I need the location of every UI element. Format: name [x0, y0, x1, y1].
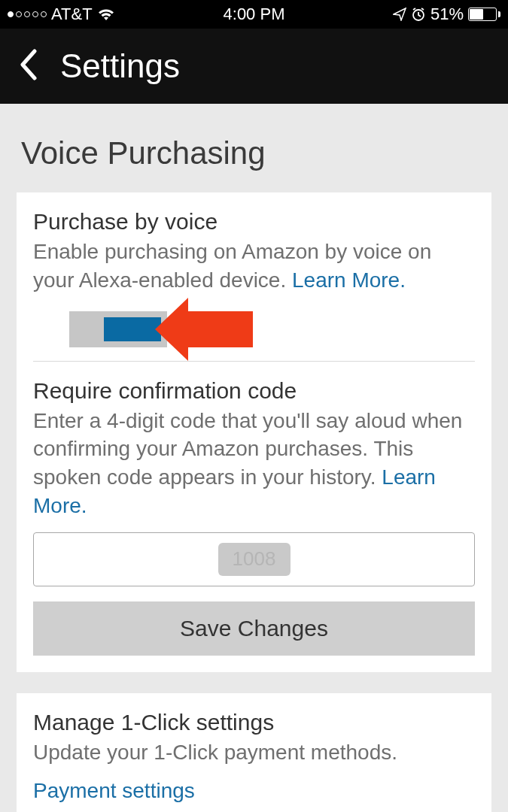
location-icon [393, 8, 406, 21]
wifi-icon [97, 8, 115, 21]
battery-percent: 51% [430, 5, 464, 24]
toggle-knob [104, 317, 161, 341]
alarm-icon [411, 7, 426, 22]
purchase-toggle-row [69, 311, 475, 347]
carrier-label: AT&T [51, 5, 93, 24]
page-title: Voice Purchasing [17, 135, 491, 171]
section-divider [33, 361, 475, 362]
confirmation-code-input[interactable]: 1008 [33, 532, 475, 586]
purchase-learn-more-link[interactable]: Learn More. [292, 268, 406, 292]
purchase-description: Enable purchasing on Amazon by voice on … [33, 238, 475, 295]
purchase-by-voice-section: Purchase by voice Enable purchasing on A… [33, 209, 475, 347]
nav-title: Settings [60, 47, 180, 85]
status-left: AT&T [8, 5, 115, 24]
manage-description: Update your 1-Click payment methods. [33, 738, 475, 767]
status-right: 51% [393, 5, 500, 24]
code-mask: 1008 [218, 543, 291, 576]
voice-purchasing-card: Purchase by voice Enable purchasing on A… [17, 192, 491, 672]
confirm-description: Enter a 4-digit code that you'll say alo… [33, 407, 475, 520]
back-button[interactable] [18, 49, 38, 83]
confirmation-code-section: Require confirmation code Enter a 4-digi… [33, 378, 475, 656]
confirm-heading: Require confirmation code [33, 378, 475, 404]
page-body: Voice Purchasing Purchase by voice Enabl… [0, 104, 508, 812]
manage-1click-card: Manage 1-Click settings Update your 1-Cl… [17, 693, 491, 812]
save-changes-button[interactable]: Save Changes [33, 601, 475, 656]
signal-dots-icon [8, 11, 47, 17]
purchase-heading: Purchase by voice [33, 209, 475, 235]
nav-bar: Settings [0, 29, 508, 104]
payment-settings-link[interactable]: Payment settings [33, 779, 195, 803]
battery-icon [468, 8, 500, 21]
chevron-left-icon [18, 49, 38, 80]
manage-heading: Manage 1-Click settings [33, 710, 475, 735]
purchase-by-voice-toggle[interactable] [69, 311, 167, 347]
status-bar: AT&T 4:00 PM 51% [0, 0, 508, 29]
annotation-arrow-icon [185, 311, 253, 347]
